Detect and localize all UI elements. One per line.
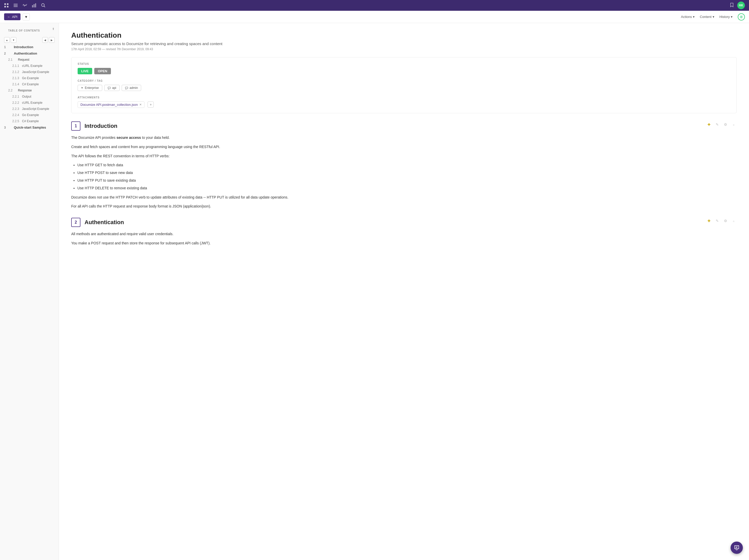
toc-item[interactable]: 2.2.5C# Example [0,118,59,124]
actions-menu[interactable]: Actions ▾ [681,15,695,19]
toc-item[interactable]: 2.1.2JavaScript Example [0,69,59,75]
toc-item[interactable]: 2.1Request [0,57,59,63]
svg-point-12 [741,16,742,17]
toc-item-num: 2.1.4 [12,83,20,86]
toc-item-num: 2.1.1 [12,64,20,68]
toc-header: TABLE OF CONTENTS [4,27,55,34]
toc-item-num: 1 [4,45,12,49]
api-dropdown-button[interactable]: ▾ [23,13,30,21]
toc-item-num: 3 [4,126,12,129]
tag-admin[interactable]: 💬 admin [122,85,142,91]
chevron-down-icon: ▾ [25,14,27,19]
tag-enterprise[interactable]: ⚑ Enterprise [78,85,102,91]
section-1-content: The Documize API provides secure access … [71,135,737,210]
tag-api-label: api [112,86,116,90]
section-2-move-button[interactable]: ⬦ [731,218,737,224]
arrow-up-button[interactable]: ▲ [4,37,10,43]
section-1-title: Introduction [85,123,117,129]
search-icon[interactable] [41,3,46,8]
attachment-item[interactable]: Documize API.postman_collection.json ✕ [78,102,145,108]
actions-chevron-icon: ▾ [693,15,695,19]
toc-item-label: Output [22,95,55,99]
toc-item[interactable]: 2.1.3Go Example [0,75,59,81]
category-tags: ⚑ Enterprise 💬 api 💬 admin [78,85,730,91]
grid-icon[interactable] [4,3,9,8]
tag-api[interactable]: 💬 api [104,85,120,91]
toc-item[interactable]: 2.2.2cURL Example [0,100,59,106]
bookmark-icon[interactable] [730,3,734,8]
back-arrow-icon: ← [7,15,10,19]
list-item: Use HTTP DELETE to remove existing data [77,185,737,191]
toc-item[interactable]: 1Introduction [0,44,59,50]
section-1-edit-button[interactable]: ✎ [714,122,720,128]
content-menu[interactable]: Content ▾ [700,15,714,19]
status-badges: LIVE OPEN [78,68,730,74]
toc-item-label: Go Example [22,76,55,80]
toc-item[interactable]: 3Quick-start Samples [0,124,59,131]
section-1-num: 1 [71,122,81,131]
back-button[interactable]: ← API [4,13,21,20]
list-item: Use HTTP PUT to save existing data [77,177,737,184]
toc-item[interactable]: 2Authentication [0,50,59,57]
toc-item-label: Quick-start Samples [14,126,55,129]
content-chevron-icon: ▾ [713,15,714,19]
section-1-heading: 1 Introduction [71,122,737,131]
section-2-edit-button[interactable]: ✎ [714,218,720,224]
section-1-add-button[interactable]: ✚ [706,122,712,128]
section-2-settings-button[interactable]: ⚙ [722,218,728,224]
toc-item[interactable]: 2.2.4Go Example [0,112,59,118]
toc-item[interactable]: 2.2.3JavaScript Example [0,106,59,112]
svg-rect-7 [32,5,33,7]
toolbar-right: Actions ▾ Content ▾ History ▾ [681,13,745,21]
section-1-move-button[interactable]: ⬦ [731,122,737,128]
remove-attachment-icon[interactable]: ✕ [140,103,142,106]
live-badge: LIVE [78,68,92,74]
toc-item-label: Request [18,58,55,62]
main-layout: TABLE OF CONTENTS ⬆ ▲ ▼ ◀ ▶ 1Introductio… [0,23,749,560]
activity-icon[interactable] [23,3,27,8]
section-2-actions: ✚ ✎ ⚙ ⬦ [706,218,737,224]
history-chevron-icon: ▾ [731,15,733,19]
section-2-add-button[interactable]: ✚ [706,218,712,224]
svg-rect-4 [14,4,18,4]
svg-point-10 [42,4,44,6]
list-item: Use HTTP GET to fetch data [77,162,737,168]
toc-item-num: 2.2.5 [12,120,20,123]
svg-rect-2 [4,6,6,7]
arrow-down-button[interactable]: ▼ [11,37,16,43]
toc-item[interactable]: 2.1.4C# Example [0,81,59,87]
arrow-right-button[interactable]: ▶ [49,37,55,43]
svg-rect-8 [34,4,35,7]
list-icon[interactable] [13,3,18,8]
topbar-left [4,3,46,8]
open-badge: OPEN [94,68,111,74]
toc-item-num: 2.2 [8,89,16,92]
tag-enterprise-label: Enterprise [85,86,99,90]
topbar-right: HK [730,2,745,9]
toc-item-label: cURL Example [22,101,55,105]
toc-item-label: JavaScript Example [22,107,55,111]
toc-item[interactable]: 2.2.1Output [0,93,59,100]
toc-item-label: cURL Example [22,64,55,68]
avatar[interactable]: HK [737,2,745,9]
arrow-left-button[interactable]: ◀ [42,37,48,43]
add-attachment-button[interactable]: + [148,102,154,108]
section-1-settings-button[interactable]: ⚙ [722,122,728,128]
toc-item-label: Authentication [14,51,55,55]
chart-icon[interactable] [32,3,36,8]
history-menu[interactable]: History ▾ [720,15,733,19]
toc-item-num: 2.1 [8,58,16,62]
sidebar: TABLE OF CONTENTS ⬆ ▲ ▼ ◀ ▶ 1Introductio… [0,23,59,560]
toc-item[interactable]: 2.2Response [0,87,59,93]
collapse-icon[interactable]: ⬆ [52,27,55,31]
svg-rect-6 [14,6,18,7]
back-label: API [12,15,17,19]
svg-rect-1 [7,3,8,5]
chat-button[interactable] [731,542,743,554]
attachments-section: Documize API.postman_collection.json ✕ + [78,102,730,108]
toc-item[interactable]: 2.1.1cURL Example [0,63,59,69]
settings-button[interactable] [738,13,745,21]
toc-item-label: Response [18,89,55,92]
status-label: STATUS [78,63,730,65]
section-2: 2 Authentication ✚ ✎ ⚙ ⬦ All methods are… [71,218,737,246]
